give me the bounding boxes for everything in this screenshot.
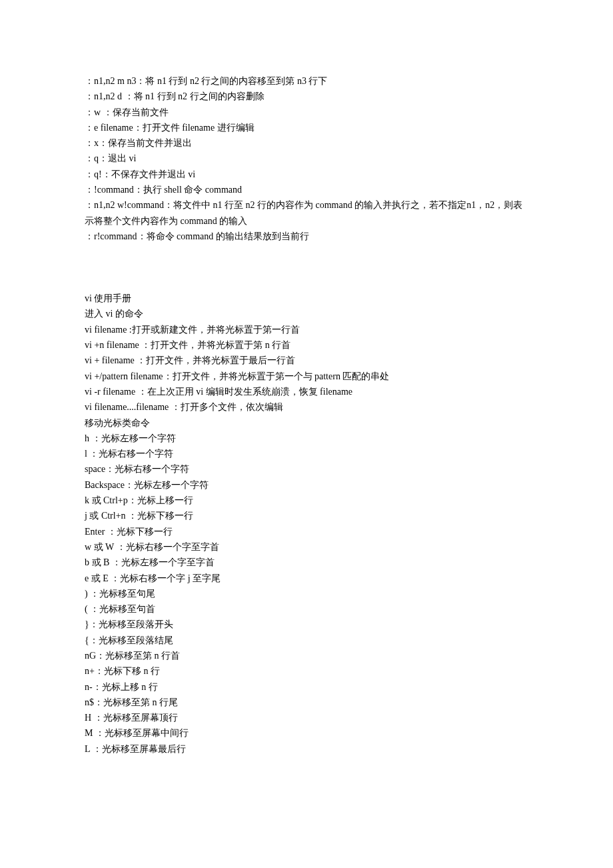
text-line: ：e filename：打开文件 filename 进行编辑: [85, 120, 528, 135]
document-page: ：n1,n2 m n3：将 n1 行到 n2 行之间的内容移至到第 n3 行下 …: [0, 0, 613, 810]
text-line: H ：光标移至屏幕顶行: [85, 710, 528, 725]
text-line: ) ：光标移至句尾: [85, 586, 528, 601]
text-line: ：r!command：将命令 command 的输出结果放到当前行: [85, 229, 528, 244]
blank-line: [85, 275, 528, 291]
text-line: {：光标移至段落结尾: [85, 633, 528, 648]
text-line: w 或 W ：光标右移一个字至字首: [85, 539, 528, 555]
text-line: 进入 vi 的命令: [85, 306, 528, 321]
text-line: b 或 B ：光标左移一个字至字首: [85, 555, 528, 570]
text-line: l ：光标右移一个字符: [85, 446, 528, 461]
text-line: n-：光标上移 n 行: [85, 679, 528, 695]
text-line: vi +/pattern filename：打开文件，并将光标置于第一个与 pa…: [85, 369, 528, 384]
text-line: ：q：退出 vi: [85, 151, 528, 166]
text-line: ：n1,n2 d ：将 n1 行到 n2 行之间的内容删除: [85, 89, 528, 104]
text-line: n$：光标移至第 n 行尾: [85, 695, 528, 710]
text-line: L ：光标移至屏幕最后行: [85, 741, 528, 757]
text-line: k 或 Ctrl+p：光标上移一行: [85, 493, 528, 508]
text-line: vi filename....filename ：打开多个文件，依次编辑: [85, 399, 528, 415]
text-line: e 或 E ：光标右移一个字 j 至字尾: [85, 571, 528, 586]
text-line: Backspace：光标左移一个字符: [85, 477, 528, 493]
text-line: }：光标移至段落开头: [85, 617, 528, 632]
text-line: ：n1,n2 m n3：将 n1 行到 n2 行之间的内容移至到第 n3 行下: [85, 73, 528, 89]
text-line: h ：光标左移一个字符: [85, 431, 528, 446]
text-line: 移动光标类命令: [85, 415, 528, 431]
text-line: vi filename :打开或新建文件，并将光标置于第一行首: [85, 322, 528, 337]
text-line: ：x：保存当前文件并退出: [85, 135, 528, 151]
text-line: vi -r filename ：在上次正用 vi 编辑时发生系统崩溃，恢复 fi…: [85, 384, 528, 399]
text-line: ：!command：执行 shell 命令 command: [85, 182, 528, 197]
text-line: vi + filename ：打开文件，并将光标置于最后一行首: [85, 353, 528, 368]
text-line: n+：光标下移 n 行: [85, 663, 528, 679]
text-line: ：n1,n2 w!command：将文件中 n1 行至 n2 行的内容作为 co…: [85, 197, 528, 229]
blank-line: [85, 260, 528, 275]
text-line: ：q!：不保存文件并退出 vi: [85, 167, 528, 182]
text-line: ：w ：保存当前文件: [85, 105, 528, 120]
text-line: ( ：光标移至句首: [85, 601, 528, 617]
text-line: Enter ：光标下移一行: [85, 524, 528, 539]
text-line: space：光标右移一个字符: [85, 461, 528, 477]
text-line: M ：光标移至屏幕中间行: [85, 725, 528, 741]
blank-line: [85, 244, 528, 259]
text-line: j 或 Ctrl+n ：光标下移一行: [85, 508, 528, 523]
text-line: nG：光标移至第 n 行首: [85, 648, 528, 663]
text-line: vi +n filename ：打开文件，并将光标置于第 n 行首: [85, 337, 528, 353]
text-line: vi 使用手册: [85, 291, 528, 306]
